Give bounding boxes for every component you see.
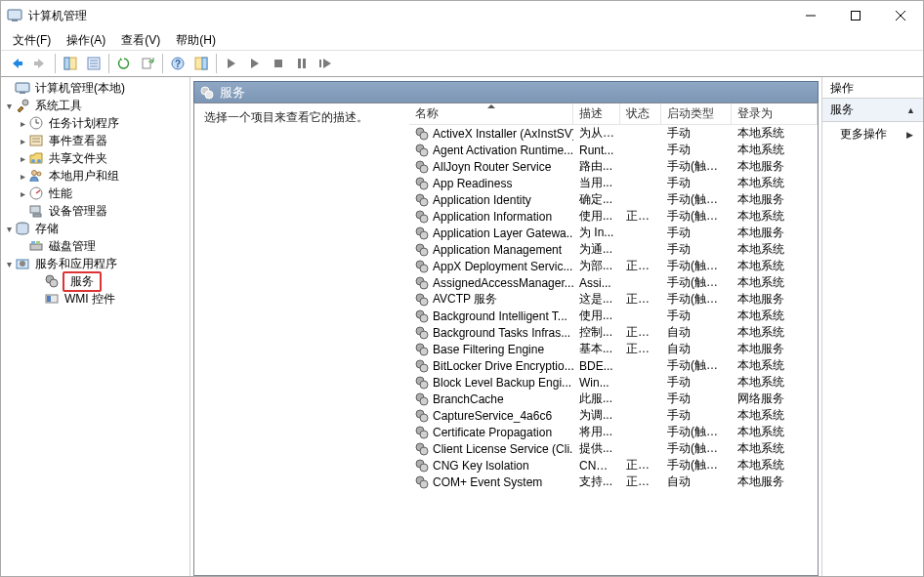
show-hide-action-button[interactable] (189, 53, 213, 74)
close-button[interactable] (878, 1, 923, 30)
service-row[interactable]: Agent Activation Runtime...Runt...手动本地系统 (409, 142, 818, 158)
tree-event-viewer[interactable]: 事件查看器 (1, 132, 189, 149)
service-rows[interactable]: ActiveX Installer (AxInstSV)为从 ...手动本地系统… (409, 125, 818, 575)
svg-point-67 (420, 265, 428, 272)
col-desc[interactable]: 描述 (573, 103, 620, 125)
restart-button[interactable] (314, 53, 337, 74)
tree-storage[interactable]: 存储 (1, 220, 189, 237)
export-button[interactable] (136, 53, 159, 74)
service-row[interactable]: Background Intelligent T...使用...手动本地系统 (409, 308, 818, 324)
action-section[interactable]: 服务▲ (822, 99, 923, 122)
svg-line-35 (36, 190, 40, 193)
service-row[interactable]: CaptureService_4a6c6为调...手动本地系统 (409, 407, 818, 424)
pause-button[interactable] (290, 53, 314, 74)
services-header: 服务 (193, 81, 819, 103)
col-state[interactable]: 状态 (620, 103, 661, 125)
service-row[interactable]: AVCTP 服务这是...正在...手动(触发...本地服务 (409, 291, 818, 308)
services-icon (44, 273, 60, 289)
play2-button[interactable] (243, 53, 267, 74)
main-pane: 服务 选择一个项目来查看它的描述。 名称 描述 状态 启动类型 登录为 Acti… (190, 77, 822, 576)
svg-point-65 (420, 248, 428, 256)
menu-help[interactable]: 帮助(H) (168, 30, 224, 51)
window-title: 计算机管理 (28, 8, 788, 24)
tree-shared-folders[interactable]: 共享文件夹 (1, 149, 189, 167)
service-row[interactable]: ActiveX Installer (AxInstSV)为从 ...手动本地系统 (409, 125, 818, 142)
action-header: 操作 (822, 77, 923, 99)
perf-icon (28, 185, 44, 201)
storage-icon (15, 221, 30, 236)
tree-services-apps[interactable]: 服务和应用程序 (1, 255, 189, 272)
service-row[interactable]: Application Layer Gatewa...为 In...手动本地服务 (409, 225, 818, 241)
service-row[interactable]: AssignedAccessManager...Assi...手动(触发...本… (409, 274, 818, 291)
tree-root[interactable]: 计算机管理(本地) (1, 79, 189, 97)
svg-point-83 (420, 397, 428, 405)
menubar: 文件(F) 操作(A) 查看(V) 帮助(H) (1, 30, 923, 50)
help-button[interactable]: ? (166, 53, 189, 74)
service-row[interactable]: Application Management为通...手动本地系统 (409, 241, 818, 258)
service-row[interactable]: Certificate Propagation将用...手动(触发...本地系统 (409, 424, 818, 440)
gear-icon (200, 86, 214, 100)
svg-rect-17 (274, 60, 282, 67)
show-hide-tree-button[interactable] (59, 53, 82, 74)
forward-button[interactable] (28, 53, 52, 74)
gear-folder-icon (15, 256, 30, 271)
svg-point-55 (420, 165, 428, 173)
svg-rect-47 (47, 296, 51, 302)
tree-disk-mgmt[interactable]: 磁盘管理 (1, 237, 189, 255)
svg-rect-22 (20, 92, 25, 94)
service-row[interactable]: Application Identity确定...手动(触发...本地服务 (409, 191, 818, 208)
tree-wmi[interactable]: WMI 控件 (1, 290, 189, 308)
refresh-button[interactable] (112, 53, 136, 74)
service-row[interactable]: Block Level Backup Engi...Win...手动本地系统 (409, 374, 818, 391)
service-row[interactable]: AppX Deployment Servic...为部...正在...手动(触发… (409, 258, 818, 274)
service-row[interactable]: CNG Key IsolationCNG ...正在...手动(触发...本地系… (409, 457, 818, 474)
column-headers: 名称 描述 状态 启动类型 登录为 (409, 103, 818, 125)
action-more[interactable]: 更多操作▶ (822, 122, 923, 146)
service-row[interactable]: AllJoyn Router Service路由...手动(触发...本地服务 (409, 158, 818, 175)
service-row[interactable]: COM+ Event System支持...正在...自动本地服务 (409, 474, 818, 490)
tree-performance[interactable]: 性能 (1, 185, 189, 202)
properties-button[interactable] (82, 53, 105, 74)
service-row[interactable]: BitLocker Drive Encryptio...BDE...手动(触发.… (409, 357, 818, 374)
service-row[interactable]: Client License Service (Cli...提供...手动(触发… (409, 440, 818, 457)
tree-system-tools[interactable]: 系统工具 (1, 97, 189, 114)
tree-services[interactable]: 服务 (1, 272, 189, 290)
service-row[interactable]: BranchCache此服...手动网络服务 (409, 391, 818, 407)
back-button[interactable] (5, 53, 28, 74)
minimize-button[interactable] (788, 1, 833, 30)
event-icon (28, 133, 44, 148)
service-row[interactable]: Background Tasks Infras...控制...正在...自动本地… (409, 324, 818, 341)
svg-rect-37 (33, 214, 41, 217)
menu-file[interactable]: 文件(F) (5, 30, 59, 51)
service-row[interactable]: Base Filtering Engine基本...正在...自动本地服务 (409, 341, 818, 357)
description-panel: 选择一个项目来查看它的描述。 (194, 103, 409, 575)
tools-icon (15, 98, 30, 113)
svg-rect-21 (16, 83, 29, 92)
description-text: 选择一个项目来查看它的描述。 (204, 109, 399, 126)
col-logon[interactable]: 登录为 (732, 103, 818, 125)
svg-point-71 (420, 298, 428, 306)
menu-view[interactable]: 查看(V) (113, 30, 168, 51)
svg-rect-18 (298, 59, 301, 68)
tree-task-scheduler[interactable]: 任务计划程序 (1, 114, 189, 132)
svg-point-69 (420, 281, 428, 289)
clock-icon (28, 115, 44, 131)
svg-rect-3 (852, 12, 861, 21)
col-name[interactable]: 名称 (409, 103, 573, 125)
play-button[interactable] (220, 53, 243, 74)
service-row[interactable]: Application Information使用...正在...手动(触发..… (409, 208, 818, 225)
menu-action[interactable]: 操作(A) (59, 30, 113, 51)
service-row[interactable]: App Readiness当用...手动本地系统 (409, 175, 818, 191)
tree-pane[interactable]: 计算机管理(本地) 系统工具 任务计划程序 事件查看器 共享文件夹 (1, 77, 190, 576)
tree-local-users[interactable]: 本地用户和组 (1, 167, 189, 185)
svg-point-81 (420, 381, 428, 389)
svg-rect-0 (8, 10, 21, 20)
maximize-button[interactable] (833, 1, 878, 30)
col-start[interactable]: 启动类型 (661, 103, 732, 125)
disk-icon (28, 238, 44, 254)
tree-device-manager[interactable]: 设备管理器 (1, 202, 189, 220)
svg-point-77 (420, 348, 428, 355)
stop-button[interactable] (267, 53, 290, 74)
users-icon (28, 168, 44, 184)
svg-point-33 (37, 172, 41, 176)
